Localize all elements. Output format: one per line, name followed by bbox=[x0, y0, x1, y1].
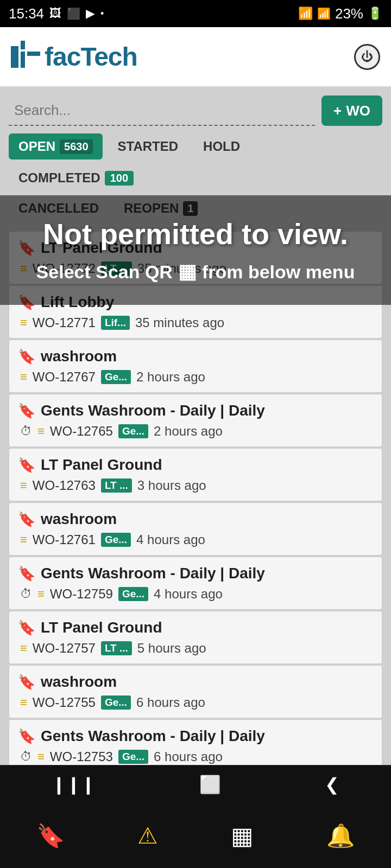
wo-bookmark-icon: 🔖 bbox=[18, 674, 35, 691]
photo-icon: 🖼 bbox=[49, 7, 61, 21]
filter-hold-label: HOLD bbox=[203, 139, 240, 154]
wo-card[interactable]: 🔖 washroom ≡ WO-12767 Ge... 2 hours ago bbox=[9, 340, 382, 393]
bell-nav-icon: 🔔 bbox=[326, 822, 355, 849]
wo-time: 4 hours ago bbox=[154, 586, 223, 602]
filter-tab-completed[interactable]: COMPLETED 100 bbox=[9, 165, 143, 191]
plus-icon: + bbox=[333, 103, 342, 119]
status-bar: 15:34 🖼 ⬛ ▶ • 📶 📶 23% 🔋 bbox=[0, 0, 391, 27]
wo-card[interactable]: 🔖 LT Panel Ground ≡ WO-12757 LT ... 5 ho… bbox=[9, 611, 382, 664]
wo-card[interactable]: 🔖 Gents Washroom - Daily | Daily ⏱ ≡ WO-… bbox=[9, 394, 382, 447]
signal-icon: 📶 bbox=[317, 7, 331, 20]
filter-tab-started[interactable]: STARTED bbox=[108, 133, 188, 159]
wo-title: washroom bbox=[41, 510, 117, 528]
wo-card[interactable]: 🔖 LT Panel Ground ≡ WO-12763 LT ... 3 ho… bbox=[9, 448, 382, 501]
filter-open-label: OPEN bbox=[18, 139, 55, 154]
wo-tag: LT ... bbox=[101, 478, 132, 493]
wo-lines-icon: ≡ bbox=[37, 424, 45, 438]
wo-detail-row: ≡ WO-12767 Ge... 2 hours ago bbox=[18, 369, 373, 385]
nav-qr[interactable]: ▦ bbox=[220, 816, 264, 855]
wo-detail-row: ≡ WO-12761 Ge... 4 hours ago bbox=[18, 532, 373, 547]
wo-lines-icon: ≡ bbox=[20, 533, 27, 547]
logo-icon bbox=[11, 41, 40, 73]
wo-list: 🔖 LT Panel Ground ≡ WO-12772 LT ... 35 m… bbox=[9, 231, 382, 773]
wo-title-row: 🔖 LT Panel Ground bbox=[18, 619, 373, 636]
android-recents-button[interactable]: ❙❙❙ bbox=[35, 769, 112, 800]
wo-title-row: 🔖 Gents Washroom - Daily | Daily bbox=[18, 565, 373, 582]
wo-lines-icon: ≡ bbox=[20, 316, 27, 330]
wo-number: WO-12753 bbox=[50, 749, 113, 764]
wo-lines-icon: ≡ bbox=[20, 695, 27, 710]
wo-number: WO-12765 bbox=[50, 424, 113, 439]
wo-title: LT Panel Ground bbox=[41, 456, 162, 474]
wo-card[interactable]: 🔖 washroom ≡ WO-12755 Ge... 6 hours ago bbox=[9, 665, 382, 718]
wo-bookmark-icon: 🔖 bbox=[18, 457, 35, 474]
wo-title: Gents Washroom - Daily | Daily bbox=[41, 565, 265, 582]
youtube-icon: ▶ bbox=[86, 7, 95, 21]
wo-lines-icon: ≡ bbox=[20, 370, 27, 384]
add-wo-button[interactable]: + WO bbox=[321, 95, 382, 126]
filter-tab-open[interactable]: OPEN 5630 bbox=[9, 133, 103, 159]
wo-bookmark-icon: 🔖 bbox=[18, 348, 35, 365]
wo-title-row: 🔖 washroom bbox=[18, 673, 373, 691]
add-wo-label: WO bbox=[346, 103, 370, 119]
filter-row-1: OPEN 5630 STARTED HOLD COMPLETED 100 bbox=[9, 133, 382, 191]
overlay-sub-message: Select Scan QR ▦ from below menu bbox=[11, 260, 380, 283]
svg-rect-2 bbox=[21, 52, 25, 68]
power-button[interactable]: ⏻ bbox=[354, 44, 380, 70]
svg-rect-3 bbox=[27, 52, 40, 56]
wo-time: 2 hours ago bbox=[154, 424, 223, 439]
wo-detail-row: ≡ WO-12755 Ge... 6 hours ago bbox=[18, 695, 373, 710]
wo-title-row: 🔖 Gents Washroom - Daily | Daily bbox=[18, 727, 373, 745]
wo-detail-row: ⏱ ≡ WO-12765 Ge... 2 hours ago bbox=[18, 424, 373, 439]
wo-tag: Ge... bbox=[101, 370, 131, 384]
wo-title-row: 🔖 washroom bbox=[18, 510, 373, 528]
wo-title-row: 🔖 Gents Washroom - Daily | Daily bbox=[18, 402, 373, 419]
wo-time: 5 hours ago bbox=[137, 641, 206, 656]
logo: facTech bbox=[11, 41, 137, 73]
wo-number: WO-12761 bbox=[33, 532, 96, 547]
wo-detail-row: ⏱ ≡ WO-12759 Ge... 4 hours ago bbox=[18, 586, 373, 602]
svg-rect-0 bbox=[11, 46, 18, 68]
bookmark-nav-icon: 🔖 bbox=[36, 822, 65, 849]
wo-bookmark-icon: 🔖 bbox=[18, 728, 35, 745]
wo-time: 3 hours ago bbox=[137, 478, 206, 493]
wo-number: WO-12767 bbox=[33, 369, 96, 385]
android-home-button[interactable]: ⬜ bbox=[183, 769, 237, 800]
filter-started-label: STARTED bbox=[118, 139, 179, 154]
wo-card[interactable]: 🔖 Gents Washroom - Daily | Daily ⏱ ≡ WO-… bbox=[9, 557, 382, 610]
search-input[interactable] bbox=[9, 95, 315, 126]
wo-card[interactable]: 🔖 washroom ≡ WO-12761 Ge... 4 hours ago bbox=[9, 502, 382, 556]
wo-clock-icon: ⏱ bbox=[20, 750, 32, 764]
nav-alert[interactable]: ⚠ bbox=[127, 817, 169, 854]
power-icon: ⏻ bbox=[361, 50, 373, 64]
permission-overlay: Not permitted to view. Select Scan QR ▦ … bbox=[0, 195, 391, 305]
wo-time: 6 hours ago bbox=[136, 695, 205, 710]
search-row: + WO bbox=[9, 95, 382, 126]
svg-rect-1 bbox=[21, 41, 25, 49]
android-back-button[interactable]: ❮ bbox=[308, 769, 356, 800]
battery-pct: 23% bbox=[335, 5, 363, 22]
wo-title-row: 🔖 LT Panel Ground bbox=[18, 456, 373, 474]
wo-lines-icon: ≡ bbox=[20, 478, 27, 493]
nav-bell[interactable]: 🔔 bbox=[316, 817, 365, 854]
filter-tab-hold[interactable]: HOLD bbox=[193, 133, 250, 159]
wo-title: washroom bbox=[41, 348, 117, 365]
wo-tag: Ge... bbox=[118, 587, 148, 601]
battery-icon: 🔋 bbox=[368, 7, 382, 21]
wo-number: WO-12763 bbox=[33, 478, 96, 493]
wo-detail-row: ≡ WO-12757 LT ... 5 hours ago bbox=[18, 641, 373, 656]
wo-number: WO-12757 bbox=[33, 641, 96, 656]
wo-number: WO-12755 bbox=[33, 695, 96, 710]
wo-time: 2 hours ago bbox=[136, 369, 205, 385]
wo-time: 35 minutes ago bbox=[135, 315, 224, 330]
status-time: 15:34 bbox=[9, 5, 44, 22]
dot-icon: • bbox=[100, 8, 104, 20]
nav-bookmark[interactable]: 🔖 bbox=[26, 817, 75, 854]
wo-tag: Ge... bbox=[101, 695, 131, 710]
filter-open-badge: 5630 bbox=[60, 139, 93, 154]
overlay-sub-text: Select Scan QR bbox=[36, 261, 173, 283]
wo-bookmark-icon: 🔖 bbox=[18, 511, 35, 528]
wo-number: WO-12771 bbox=[33, 315, 96, 330]
wo-clock-icon: ⏱ bbox=[20, 587, 32, 601]
filter-completed-badge: 100 bbox=[105, 171, 134, 186]
